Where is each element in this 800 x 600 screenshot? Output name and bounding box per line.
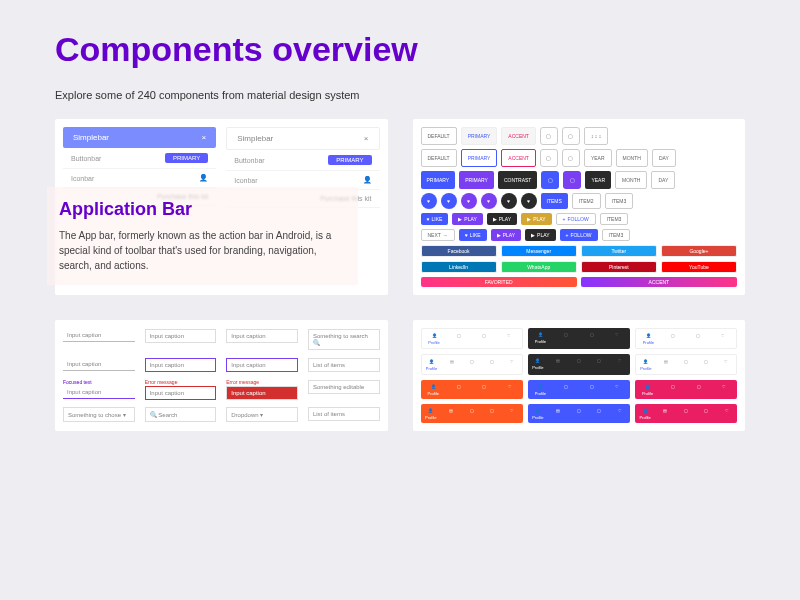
items-button[interactable]: ITEMS [541, 193, 568, 209]
play-button[interactable]: ▶ PLAY [525, 229, 555, 241]
month-button[interactable]: MONTH [616, 149, 648, 167]
select-input[interactable]: Something to chose ▾ [63, 407, 135, 422]
nav-item[interactable]: ♡ [609, 354, 629, 375]
primary-button[interactable]: PRIMARY [421, 171, 456, 189]
square-icon-button[interactable]: ▢ [540, 149, 558, 167]
heart-icon[interactable]: ♥ [481, 193, 497, 209]
nav-item[interactable]: ▢ [589, 354, 609, 375]
nav-item[interactable]: ♡ [604, 328, 630, 349]
square-icon-button[interactable]: ▢ [540, 127, 558, 145]
accent-button[interactable]: ACCENT [581, 277, 737, 287]
nav-item[interactable]: ▤ [655, 404, 675, 423]
list-input[interactable]: List of items [308, 358, 380, 372]
nav-profile[interactable]: 👤Profile [528, 404, 548, 423]
text-input[interactable]: Input caption [226, 329, 298, 343]
nav-item[interactable]: ▤ [656, 355, 676, 374]
nav-item[interactable]: ▢ [696, 404, 716, 423]
play-button[interactable]: ▶ PLAY [491, 229, 521, 241]
primary-outline-button[interactable]: PRIMARY [461, 149, 498, 167]
twitter-button[interactable]: Twitter [581, 245, 657, 257]
nav-item[interactable]: ♡ [717, 404, 737, 423]
appbar-light[interactable]: Simplebar × [226, 127, 379, 150]
nav-item[interactable]: ▢ [579, 328, 605, 349]
text-input[interactable]: Input caption [63, 386, 135, 399]
square-icon-button[interactable]: ▢ [562, 149, 580, 167]
nav-item[interactable]: ♡ [502, 404, 522, 423]
nav-profile[interactable]: 👤Profile [422, 355, 442, 374]
nav-item[interactable]: ▤ [442, 355, 462, 374]
play-button[interactable]: ▶ PLAY [452, 213, 482, 225]
nav-item[interactable]: ▤ [548, 404, 568, 423]
pinterest-button[interactable]: Pinterest [581, 261, 657, 273]
nav-item[interactable]: ▢ [447, 329, 472, 348]
nav-item[interactable]: ▢ [579, 380, 605, 399]
nav-item[interactable]: ▢ [696, 355, 716, 374]
primary-button[interactable]: PRIMARY [328, 155, 371, 165]
nav-item[interactable]: ♡ [497, 380, 523, 399]
square-icon-button[interactable]: ▢ [541, 171, 559, 189]
day-button[interactable]: DAY [652, 149, 676, 167]
nav-item[interactable]: ▤ [548, 354, 568, 375]
appbar-primary[interactable]: Simplebar × [63, 127, 216, 148]
play-button[interactable]: ▶ PLAY [521, 213, 551, 225]
follow-button[interactable]: + FOLLOW [556, 213, 596, 225]
primary-button[interactable]: PRIMARY [459, 171, 494, 189]
nav-item[interactable]: ▢ [482, 355, 502, 374]
nav-item[interactable]: ▢ [661, 329, 686, 348]
nav-item[interactable]: ♡ [711, 380, 737, 399]
nav-item[interactable]: ▢ [553, 380, 579, 399]
nav-item[interactable]: ♡ [711, 329, 736, 348]
year-button[interactable]: YEAR [585, 171, 611, 189]
text-input[interactable]: Input caption [63, 358, 135, 371]
item2-button[interactable]: ITEM2 [572, 193, 601, 209]
nav-profile[interactable]: 👤Profile [421, 404, 441, 423]
primary-button[interactable]: PRIMARY [165, 153, 208, 163]
heart-icon[interactable]: ♥ [421, 193, 437, 209]
segment-button[interactable]: ↕ ↕ ↕ [584, 127, 608, 145]
nav-item[interactable]: ▢ [686, 329, 711, 348]
search-input[interactable]: Something to search 🔍 [308, 329, 380, 350]
item3-button[interactable]: ITEM3 [602, 229, 631, 241]
nav-item[interactable]: ▢ [589, 404, 609, 423]
text-input[interactable]: Input caption [145, 358, 217, 372]
nav-item[interactable]: ▢ [660, 380, 686, 399]
nav-item[interactable]: ♡ [609, 404, 629, 423]
default-button[interactable]: DEFAULT [421, 149, 457, 167]
nav-item[interactable]: ▢ [482, 404, 502, 423]
nav-item[interactable]: ▢ [472, 329, 497, 348]
day-button[interactable]: DAY [651, 171, 675, 189]
item3-button[interactable]: ITEM3 [600, 213, 629, 225]
nav-item[interactable]: ▢ [446, 380, 472, 399]
like-button[interactable]: ♥ LIKE [421, 213, 449, 225]
text-input[interactable]: Input caption [63, 329, 135, 342]
close-icon[interactable]: × [364, 134, 369, 143]
heart-icon[interactable]: ♥ [441, 193, 457, 209]
play-button[interactable]: ▶ PLAY [487, 213, 517, 225]
like-button[interactable]: ♥ LIKE [459, 229, 487, 241]
nav-profile[interactable]: 👤Profile [528, 328, 554, 349]
square-icon-button[interactable]: ▢ [563, 171, 581, 189]
accent-text-button[interactable]: ACCENT [501, 127, 536, 145]
nav-item[interactable]: ♡ [604, 380, 630, 399]
square-icon-button[interactable]: ▢ [562, 127, 580, 145]
nav-profile[interactable]: 👤Profile [528, 380, 554, 399]
text-input[interactable]: Input caption [226, 358, 298, 372]
text-input[interactable]: Input caption [145, 329, 217, 343]
nav-item[interactable]: ▤ [441, 404, 461, 423]
messenger-button[interactable]: Messenger [501, 245, 577, 257]
primary-text-button[interactable]: PRIMARY [461, 127, 498, 145]
search-input[interactable]: 🔍 Search [145, 407, 217, 422]
favorited-button[interactable]: FAVORITED [421, 277, 577, 287]
nav-profile[interactable]: 👤Profile [635, 380, 661, 399]
next-button[interactable]: NEXT → [421, 229, 455, 241]
nav-item[interactable]: ▢ [553, 328, 579, 349]
google-button[interactable]: Google+ [661, 245, 737, 257]
month-button[interactable]: MONTH [615, 171, 647, 189]
text-input[interactable]: Input caption [145, 386, 217, 400]
nav-item[interactable]: ▢ [569, 354, 589, 375]
nav-profile[interactable]: 👤Profile [528, 354, 548, 375]
close-icon[interactable]: × [202, 133, 207, 142]
nav-item[interactable]: ▢ [676, 404, 696, 423]
default-button[interactable]: DEFAULT [421, 127, 457, 145]
nav-profile[interactable]: 👤Profile [422, 329, 447, 348]
